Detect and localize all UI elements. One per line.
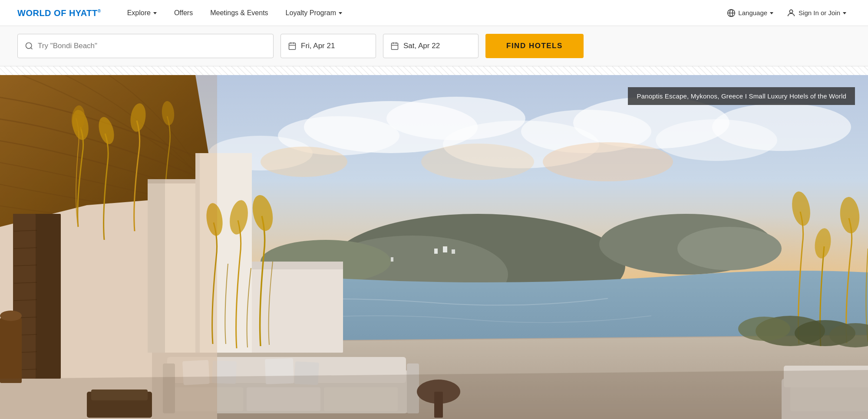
svg-point-3 <box>789 10 792 13</box>
svg-rect-34 <box>443 246 447 252</box>
svg-point-4 <box>26 43 32 49</box>
sign-in-button[interactable]: Sign In or Join <box>782 8 851 18</box>
checkin-date-text: Fri, Apr 21 <box>301 42 335 50</box>
language-chevron-icon <box>770 12 773 14</box>
nav-offers[interactable]: Offers <box>165 0 201 26</box>
checkin-calendar-icon <box>288 42 297 50</box>
location-search-wrapper[interactable] <box>17 34 274 58</box>
nav-loyalty-program[interactable]: Loyalty Program <box>277 0 351 26</box>
search-area: Fri, Apr 21 Sat, Apr 22 FIND HOTELS <box>0 26 868 66</box>
brand-name: WORLD OF HYATT® <box>17 9 101 17</box>
svg-rect-33 <box>434 249 438 254</box>
svg-rect-35 <box>452 249 455 254</box>
checkout-date-wrapper[interactable]: Sat, Apr 22 <box>383 34 479 58</box>
pattern-divider <box>0 66 868 75</box>
location-search-input[interactable] <box>38 42 266 50</box>
svg-rect-6 <box>289 43 296 49</box>
registered-mark: ® <box>98 9 101 13</box>
navbar: WORLD OF HYATT® Explore Offers Meetings … <box>0 0 868 26</box>
checkin-date-wrapper[interactable]: Fri, Apr 21 <box>281 34 376 58</box>
globe-icon <box>727 9 736 17</box>
sign-in-label: Sign In or Join <box>799 9 840 16</box>
svg-point-71 <box>738 317 790 341</box>
language-button[interactable]: Language <box>723 9 778 17</box>
svg-rect-90 <box>0 75 217 419</box>
language-label: Language <box>738 9 767 16</box>
find-hotels-button[interactable]: FIND HOTELS <box>485 34 584 58</box>
hero-section: Panoptis Escape, Mykonos, Greece I Small… <box>0 75 868 419</box>
brand-name-text: WORLD OF HYATT <box>17 8 98 18</box>
offers-label: Offers <box>174 9 193 17</box>
loyalty-program-label: Loyalty Program <box>286 9 337 17</box>
svg-point-26 <box>421 144 534 180</box>
checkout-calendar-icon <box>390 42 399 50</box>
nav-links: Explore Offers Meetings & Events Loyalty… <box>119 0 723 26</box>
nav-explore[interactable]: Explore <box>119 0 165 26</box>
svg-point-25 <box>261 147 347 177</box>
explore-label: Explore <box>127 9 151 17</box>
checkout-date-text: Sat, Apr 22 <box>403 42 440 50</box>
person-icon <box>786 8 796 18</box>
svg-point-27 <box>543 142 673 181</box>
nav-right: Language Sign In or Join <box>723 8 851 18</box>
nav-meetings-events[interactable]: Meetings & Events <box>201 0 277 26</box>
hero-caption-text: Panoptis Escape, Mykonos, Greece I Small… <box>637 92 846 100</box>
svg-point-31 <box>677 227 782 270</box>
svg-line-5 <box>31 48 33 49</box>
svg-point-23 <box>712 103 851 151</box>
hero-image <box>0 75 868 419</box>
search-icon <box>25 42 33 50</box>
svg-rect-10 <box>392 43 398 49</box>
explore-chevron-icon <box>153 12 157 14</box>
hero-caption: Panoptis Escape, Mykonos, Greece I Small… <box>628 87 855 105</box>
meetings-events-label: Meetings & Events <box>210 9 268 17</box>
logo[interactable]: WORLD OF HYATT® <box>17 9 101 17</box>
svg-rect-36 <box>391 257 393 262</box>
sign-in-chevron-icon <box>843 12 846 14</box>
loyalty-chevron-icon <box>339 12 342 14</box>
